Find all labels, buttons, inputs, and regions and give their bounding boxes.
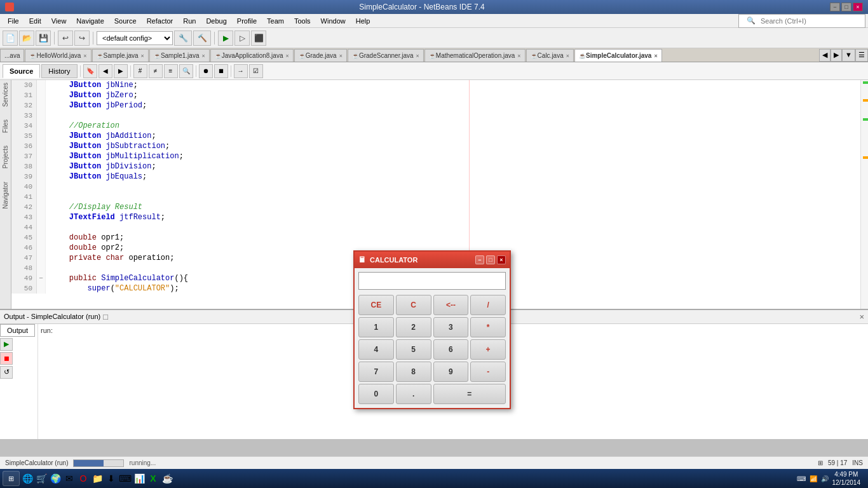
taskbar-spreadsheet[interactable]: 📊 <box>133 472 146 485</box>
undo-button[interactable]: ↩ <box>58 30 73 46</box>
taskbar-download[interactable]: ⬇ <box>105 472 118 485</box>
taskbar-ie[interactable]: 🌐 <box>21 472 34 485</box>
tab-sample1[interactable]: ☕ Sample1.java × <box>149 49 210 62</box>
run-debug-button[interactable]: ▷ <box>234 30 250 46</box>
menu-edit[interactable]: Edit <box>24 16 46 26</box>
open-button[interactable]: 📂 <box>19 30 34 46</box>
tab-mathop[interactable]: ☕ MathematicalOperation.java × <box>424 49 526 62</box>
toggle-bookmark-btn[interactable]: 🔖 <box>83 64 97 78</box>
close-button[interactable]: × <box>853 3 863 11</box>
menu-help[interactable]: Help <box>351 16 376 26</box>
tab-scroll-right[interactable]: ▶ <box>831 49 842 62</box>
calc-btn-2[interactable]: 2 <box>396 317 431 337</box>
source-tab[interactable]: Source <box>3 64 40 78</box>
menu-debug[interactable]: Debug <box>201 16 231 26</box>
tab-menu[interactable]: ☰ <box>855 49 868 62</box>
calc-maximize-button[interactable]: □ <box>486 255 495 264</box>
tab-sample[interactable]: ☕ Sample.java × <box>92 49 149 62</box>
calc-btn-ce[interactable]: CE <box>358 295 394 315</box>
prev-btn[interactable]: ◀ <box>98 64 112 78</box>
menu-source[interactable]: Source <box>109 16 142 26</box>
stop-macro-btn[interactable]: ⏹ <box>214 64 228 78</box>
calc-btn-5[interactable]: 5 <box>396 339 431 360</box>
start-button[interactable]: ⊞ <box>3 471 20 486</box>
calc-btn-4[interactable]: 4 <box>358 339 394 360</box>
calc-close-button[interactable]: × <box>497 255 506 264</box>
tab-javaapp8[interactable]: ☕ JavaApplication8.java × <box>210 49 294 62</box>
taskbar-excel[interactable]: X <box>147 472 159 485</box>
tab-gradescanner[interactable]: ☕ GradeScanner.java × <box>348 49 424 62</box>
sidebar-projects[interactable]: Projects <box>2 146 9 168</box>
sidebar-services[interactable]: Services <box>2 83 9 107</box>
tab-ava[interactable]: ...ava <box>0 49 24 62</box>
config-dropdown[interactable]: <default config> <box>97 31 173 45</box>
menu-profile[interactable]: Profile <box>232 16 262 26</box>
tab-close-icon[interactable]: × <box>517 53 520 59</box>
redo-button[interactable]: ↪ <box>74 30 90 46</box>
calc-btn-add[interactable]: + <box>470 339 506 360</box>
menu-file[interactable]: File <box>3 16 24 26</box>
goto-btn[interactable]: → <box>234 64 248 78</box>
tab-helloworld[interactable]: ☕ HelloWorld.java × <box>25 49 91 62</box>
tab-close-icon[interactable]: × <box>654 53 657 59</box>
menu-team[interactable]: Team <box>262 16 289 26</box>
search-input[interactable] <box>761 17 862 25</box>
tab-close-icon[interactable]: × <box>83 53 86 59</box>
tab-close-icon[interactable]: × <box>141 53 144 59</box>
tab-grade[interactable]: ☕ Grade.java × <box>294 49 347 62</box>
calc-btn-7[interactable]: 7 <box>358 362 394 382</box>
new-project-button[interactable]: 📄 <box>3 30 18 46</box>
toggle-linenums-btn[interactable]: # <box>133 64 147 78</box>
maximize-button[interactable]: □ <box>841 3 851 11</box>
minimize-button[interactable]: − <box>830 3 840 11</box>
output-stop-button[interactable]: ⏹ <box>0 352 13 365</box>
stop-button[interactable]: ⬛ <box>251 30 266 46</box>
sidebar-files[interactable]: Files <box>2 119 9 133</box>
build-button[interactable]: 🔧 <box>174 30 192 46</box>
run-button[interactable]: ▶ <box>218 30 233 46</box>
calc-btn-multiply[interactable]: * <box>470 317 506 337</box>
search-box[interactable]: 🔍 <box>738 14 865 28</box>
tab-calc[interactable]: ☕ Calc.java × <box>526 49 574 62</box>
clean-build-button[interactable]: 🔨 <box>193 30 211 46</box>
calc-btn-1[interactable]: 1 <box>358 317 394 337</box>
tab-close-icon[interactable]: × <box>566 53 569 59</box>
menu-run[interactable]: Run <box>178 16 201 26</box>
tab-close-icon[interactable]: × <box>285 53 288 59</box>
calc-btn-8[interactable]: 8 <box>396 362 431 382</box>
menu-navigate[interactable]: Navigate <box>71 16 109 26</box>
calc-btn-9[interactable]: 9 <box>433 362 469 382</box>
taskbar-mail[interactable]: ✉ <box>63 472 76 485</box>
tasks-btn[interactable]: ☑ <box>249 64 263 78</box>
history-tab[interactable]: History <box>41 64 77 78</box>
calc-btn-backspace[interactable]: <-- <box>433 295 469 315</box>
format-btn[interactable]: ≡ <box>164 64 178 78</box>
output-rerun-button[interactable]: ↺ <box>0 366 13 379</box>
tab-close-icon[interactable]: × <box>416 53 419 59</box>
taskbar-chrome[interactable]: 🌍 <box>49 472 62 485</box>
calc-btn-subtract[interactable]: - <box>470 362 506 382</box>
output-run-button[interactable]: ▶ <box>0 338 13 351</box>
tab-scroll-left[interactable]: ◀ <box>819 49 831 62</box>
calc-btn-c[interactable]: C <box>396 295 431 315</box>
tab-close-icon[interactable]: × <box>201 53 205 59</box>
search-btn[interactable]: 🔍 <box>179 64 193 78</box>
menu-window[interactable]: Window <box>316 16 351 26</box>
taskbar-keyboard[interactable]: ⌨ <box>119 472 132 485</box>
save-button[interactable]: 💾 <box>36 30 51 46</box>
taskbar-explorer[interactable]: 📁 <box>91 472 104 485</box>
calculator-display[interactable] <box>358 272 506 290</box>
calc-btn-3[interactable]: 3 <box>433 317 469 337</box>
tab-close-icon[interactable]: × <box>339 53 342 59</box>
next-btn[interactable]: ▶ <box>114 64 128 78</box>
calc-btn-equals[interactable]: = <box>433 384 506 404</box>
output-tab[interactable]: Output <box>0 324 35 337</box>
taskbar-store[interactable]: 🛒 <box>35 472 48 485</box>
record-macro-btn[interactable]: ⏺ <box>199 64 213 78</box>
menu-refactor[interactable]: Refactor <box>142 16 179 26</box>
calc-btn-decimal[interactable]: . <box>396 384 431 404</box>
calc-btn-0[interactable]: 0 <box>358 384 394 404</box>
sidebar-navigator[interactable]: Navigator <box>2 182 9 209</box>
calc-btn-6[interactable]: 6 <box>433 339 469 360</box>
calc-minimize-button[interactable]: − <box>475 255 484 264</box>
